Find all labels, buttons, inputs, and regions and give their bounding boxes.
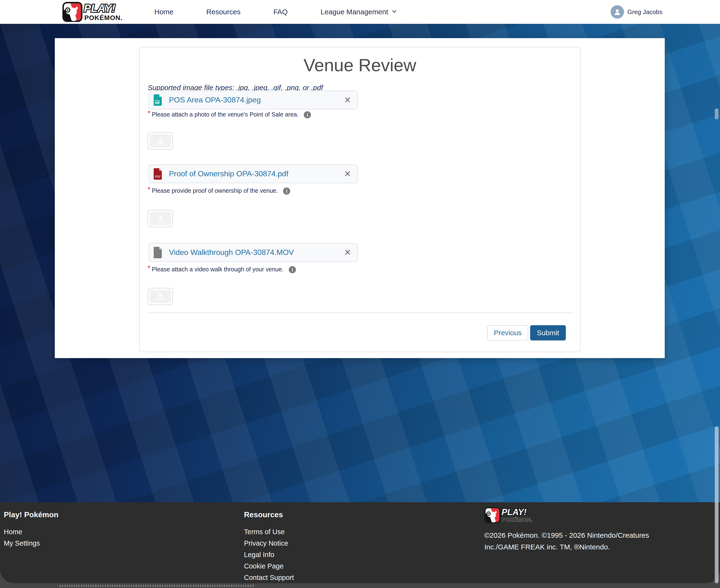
inner-scrollbar-thumb[interactable] bbox=[715, 108, 719, 119]
user-avatar-icon bbox=[611, 5, 624, 19]
play-pokemon-emblem-icon bbox=[485, 508, 500, 523]
upload-file-button[interactable] bbox=[147, 132, 173, 150]
upload-icon bbox=[150, 212, 171, 225]
content-panel: Venue Review Supported image file types:… bbox=[55, 38, 665, 358]
remove-file-button[interactable]: ✕ bbox=[344, 96, 351, 104]
required-asterisk: * bbox=[148, 265, 150, 271]
attached-file-chip: POS Area OPA-30874.jpeg ✕ bbox=[149, 90, 358, 109]
helper-text: Please attach a photo of the venue's Poi… bbox=[152, 110, 298, 119]
venue-review-card: Venue Review Supported image file types:… bbox=[139, 47, 580, 352]
logo-pokemon-text: POKÉMON. bbox=[84, 14, 123, 21]
helper-row: * Please provide proof of ownership of t… bbox=[148, 187, 290, 197]
nav-faq[interactable]: FAQ bbox=[273, 8, 288, 16]
attached-file-chip: PDF Proof of Ownership OPA-30874.pdf ✕ bbox=[149, 164, 358, 183]
submit-button[interactable]: Submit bbox=[530, 325, 566, 340]
nav-resources[interactable]: Resources bbox=[206, 8, 240, 16]
attached-file-link[interactable]: Video Walkthrough OPA-30874.MOV bbox=[169, 248, 294, 257]
info-icon[interactable]: i bbox=[304, 111, 311, 119]
play-pokemon-emblem-icon bbox=[63, 3, 82, 21]
remove-file-button[interactable]: ✕ bbox=[344, 248, 351, 257]
required-asterisk: * bbox=[148, 110, 150, 116]
attached-file-link[interactable]: Proof of Ownership OPA-30874.pdf bbox=[169, 169, 288, 178]
required-asterisk: * bbox=[148, 187, 150, 192]
checkered-background: Venue Review Supported image file types:… bbox=[0, 24, 720, 502]
footer-brand-heading: Play! Pokémon bbox=[4, 510, 58, 520]
upload-icon bbox=[150, 134, 171, 147]
nav-league-management[interactable]: League Management bbox=[320, 8, 397, 16]
footer-link-cookie-page[interactable]: Cookie Page bbox=[244, 560, 294, 572]
play-pokemon-logo[interactable]: PLAY! POKÉMON. bbox=[62, 2, 134, 22]
image-file-icon bbox=[154, 94, 162, 106]
footer-link-my-settings[interactable]: My Settings bbox=[4, 538, 58, 549]
clipped-fine-print bbox=[60, 585, 255, 587]
user-menu[interactable]: Greg Jacobs bbox=[611, 0, 662, 24]
attached-file-link[interactable]: POS Area OPA-30874.jpeg bbox=[169, 96, 261, 104]
helper-row: * Please attach a video walk through of … bbox=[148, 265, 296, 276]
footer-link-terms-of-use[interactable]: Terms of Use bbox=[244, 526, 294, 538]
chevron-down-icon bbox=[391, 8, 397, 16]
previous-button[interactable]: Previous bbox=[487, 325, 528, 340]
pdf-file-icon: PDF bbox=[154, 168, 162, 180]
upload-file-button[interactable] bbox=[147, 288, 173, 305]
footer-link-privacy-notice[interactable]: Privacy Notice bbox=[244, 538, 294, 549]
main-nav: Home Resources FAQ League Management bbox=[154, 0, 397, 24]
play-pokemon-logo: PLAY! POKÉMON. bbox=[484, 507, 542, 523]
page-scrollbar-thumb[interactable] bbox=[715, 426, 719, 583]
logo-play-text: PLAY! bbox=[84, 2, 115, 14]
user-name: Greg Jacobs bbox=[627, 8, 662, 16]
nav-league-management-label: League Management bbox=[320, 8, 388, 16]
logo-play-text: PLAY! bbox=[502, 507, 527, 517]
upload-icon bbox=[150, 290, 171, 303]
helper-text: Please provide proof of ownership of the… bbox=[152, 187, 278, 195]
remove-file-button[interactable]: ✕ bbox=[344, 170, 351, 178]
nav-home[interactable]: Home bbox=[154, 8, 173, 16]
helper-row: * Please attach a photo of the venue's P… bbox=[148, 110, 311, 119]
page-title: Venue Review bbox=[140, 55, 580, 75]
form-divider bbox=[148, 313, 573, 313]
helper-text: Please attach a video walk through of yo… bbox=[152, 265, 283, 273]
copyright-text: ©2026 Pokémon. ©1995 - 2026 Nintendo/Cre… bbox=[484, 529, 651, 553]
attached-file-chip: Video Walkthrough OPA-30874.MOV ✕ bbox=[149, 243, 358, 262]
info-icon[interactable]: i bbox=[283, 188, 290, 195]
pdf-label: PDF bbox=[155, 175, 161, 178]
upload-file-button[interactable] bbox=[147, 210, 173, 227]
footer-resources-heading: Resources bbox=[244, 510, 294, 520]
footer-link-home[interactable]: Home bbox=[4, 526, 58, 538]
footer-link-legal-info[interactable]: Legal Info bbox=[244, 549, 294, 560]
logo-pokemon-text: POKÉMON. bbox=[502, 517, 532, 523]
info-icon[interactable]: i bbox=[289, 266, 296, 273]
window-bottom-strip bbox=[0, 583, 720, 588]
page-footer: Play! Pokémon Home My Settings Resources… bbox=[0, 502, 720, 583]
footer-link-contact-support[interactable]: Contact Support bbox=[244, 572, 294, 583]
top-navbar: PLAY! POKÉMON. Home Resources FAQ League… bbox=[0, 0, 720, 24]
video-file-icon bbox=[154, 247, 162, 258]
